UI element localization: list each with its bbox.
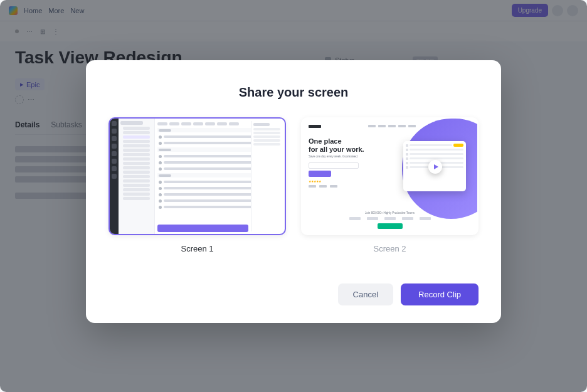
screen-option-1[interactable]: Screen 1	[108, 117, 286, 253]
screen-1-thumbnail	[108, 117, 286, 235]
cancel-button[interactable]: Cancel	[338, 283, 393, 305]
screen-2-thumbnail: One placefor all your work. Save one day…	[301, 117, 479, 235]
play-icon	[428, 160, 442, 174]
record-clip-button[interactable]: Record Clip	[401, 283, 479, 305]
screen-option-2[interactable]: One placefor all your work. Save one day…	[301, 117, 479, 253]
modal-title: Share your screen	[108, 85, 479, 100]
screen-2-label: Screen 2	[301, 244, 479, 253]
screen-1-label: Screen 1	[108, 244, 286, 253]
share-screen-modal: Share your screen	[86, 60, 501, 323]
